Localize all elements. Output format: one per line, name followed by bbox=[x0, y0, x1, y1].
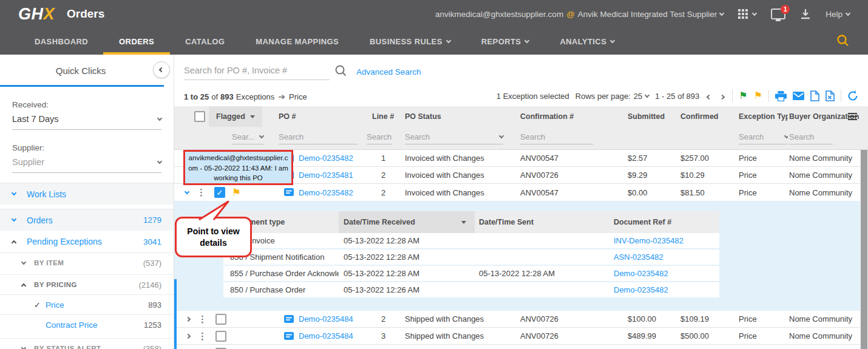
nav-catalog[interactable]: CATALOG bbox=[185, 28, 225, 55]
column-buyer-organization[interactable]: Buyer Organization bbox=[788, 112, 868, 121]
prev-page-button[interactable] bbox=[705, 92, 713, 101]
message-icon[interactable] bbox=[284, 315, 294, 324]
received-select[interactable]: Last 7 Days bbox=[12, 114, 161, 130]
document-ref-link[interactable]: INV-Demo-0235482 bbox=[614, 236, 683, 245]
column-confirmation[interactable]: Confirmation # bbox=[519, 112, 625, 121]
expand-row-icon[interactable] bbox=[186, 316, 191, 321]
expand-row-icon[interactable] bbox=[186, 333, 191, 338]
column-options-icon[interactable] bbox=[848, 113, 857, 120]
column-po[interactable]: PO # bbox=[277, 112, 365, 121]
flagged-filter[interactable] bbox=[232, 132, 263, 144]
select-all-checkbox[interactable] bbox=[194, 111, 205, 122]
row-checkbox-checked[interactable]: ✓ bbox=[214, 187, 225, 198]
nav-business-rules[interactable]: BUSINESS RULES bbox=[370, 28, 450, 55]
flagged-filter-input[interactable] bbox=[232, 132, 256, 141]
supplier-select[interactable]: Supplier bbox=[12, 157, 161, 173]
document-ref-link[interactable]: ASN-0235482 bbox=[614, 252, 663, 262]
message-icon[interactable] bbox=[284, 188, 294, 197]
po-link[interactable]: Demo-0235484 bbox=[299, 314, 353, 324]
flag-yellow-button[interactable]: ⚑ bbox=[754, 91, 762, 101]
column-submitted[interactable]: Submitted bbox=[625, 112, 673, 121]
table-row[interactable]: ⋮ Demo-0235484 3 Shipped with Changes AN… bbox=[174, 328, 868, 345]
table-row-selected[interactable]: ⋮ ✓ ⚑ Demo-0235482 2 Invoiced with Chang… bbox=[174, 184, 868, 201]
document-ref-link[interactable]: Demo-0235482 bbox=[614, 269, 668, 278]
column-flagged[interactable]: Flagged bbox=[209, 106, 262, 127]
sidebar-item-price[interactable]: ✓ Price 893 bbox=[0, 294, 174, 314]
document-row[interactable]: 856 / Shipment Notification 05-13-2022 1… bbox=[223, 249, 719, 266]
nav-dashboard[interactable]: DASHBOARD bbox=[35, 28, 88, 55]
po-status-filter[interactable] bbox=[405, 132, 503, 144]
line-number: 1 bbox=[365, 154, 404, 163]
nav-manage-mappings[interactable]: MANAGE MAPPINGS bbox=[256, 28, 339, 55]
nav-reports[interactable]: REPORTS bbox=[481, 28, 529, 55]
export-excel-button[interactable] bbox=[826, 90, 835, 101]
po-link[interactable]: Demo-0235484 bbox=[299, 331, 353, 341]
table-row[interactable]: ⋮ Demo-0235484 2 Shipped with Changes AN… bbox=[174, 311, 868, 328]
rows-per-page-select[interactable]: Rows per page: 25 bbox=[575, 92, 649, 101]
print-button[interactable] bbox=[775, 91, 787, 101]
buyer-filter[interactable] bbox=[789, 132, 833, 144]
notifications-button[interactable]: 1 bbox=[771, 8, 785, 19]
po-link[interactable]: Demo-0235482 bbox=[299, 154, 353, 163]
sidebar-item-by-item[interactable]: BY ITEM (537) bbox=[0, 252, 174, 273]
document-row[interactable]: 850 / Purchase Order 05-13-2022 12:26 AM… bbox=[223, 282, 719, 299]
row-menu-icon[interactable]: ⋮ bbox=[197, 187, 206, 198]
sidebar-item-orders[interactable]: Orders 1279 bbox=[0, 209, 174, 231]
column-line[interactable]: Line # bbox=[365, 112, 404, 121]
account-menu[interactable]: anvikmedical@ghxtestsupplier.com @ Anvik… bbox=[435, 10, 724, 19]
sidebar-item-work-lists[interactable]: Work Lists bbox=[0, 183, 174, 205]
column-exception-type[interactable]: Exception Type bbox=[731, 112, 788, 121]
po-status-filter-input[interactable] bbox=[405, 132, 496, 141]
buyer-filter-input[interactable] bbox=[789, 132, 833, 141]
row-checkbox[interactable] bbox=[215, 331, 226, 342]
sidebar-item-by-pricing[interactable]: BY PRICING (2146) bbox=[0, 274, 174, 294]
document-row[interactable]: 855 / Purchase Order Acknowle... 05-13-2… bbox=[223, 266, 719, 282]
column-date-sent[interactable]: Date/Time Sent bbox=[475, 211, 601, 233]
help-menu[interactable]: Help bbox=[826, 10, 850, 19]
po-link[interactable]: Demo-0235482 bbox=[299, 188, 353, 197]
line-filter-input[interactable] bbox=[367, 132, 392, 141]
export-pdf-button[interactable] bbox=[810, 90, 819, 101]
next-page-button[interactable] bbox=[719, 92, 726, 101]
row-menu-icon[interactable]: ⋮ bbox=[198, 331, 207, 342]
scrollbar-thumb[interactable] bbox=[861, 150, 867, 349]
sidebar-item-by-status-alert[interactable]: BY STATUS ALERT (358) bbox=[0, 338, 174, 349]
confirmation-filter-input[interactable] bbox=[520, 132, 593, 141]
search-submit-button[interactable] bbox=[334, 64, 348, 78]
po-link[interactable]: Demo-0235481 bbox=[299, 171, 353, 180]
row-menu-icon[interactable]: ⋮ bbox=[198, 314, 207, 325]
ghx-logo: GHX bbox=[18, 5, 55, 24]
vertical-scrollbar[interactable] bbox=[860, 150, 868, 349]
nav-analytics[interactable]: ANALYTICS bbox=[560, 28, 614, 55]
confirmation-filter[interactable] bbox=[520, 132, 593, 144]
exception-type-filter-input[interactable] bbox=[739, 132, 781, 141]
search-input[interactable] bbox=[184, 63, 330, 80]
sidebar-item-pending-exceptions[interactable]: Pending Exceptions 3041 bbox=[0, 231, 174, 252]
document-ref-link[interactable]: Demo-0235482 bbox=[614, 285, 668, 294]
advanced-search-link[interactable]: Advanced Search bbox=[356, 67, 421, 76]
column-po-status[interactable]: PO Status bbox=[404, 112, 519, 121]
sidebar-item-contract-price[interactable]: ✓ Contract Price 1253 bbox=[0, 314, 174, 334]
sidebar-collapse-button[interactable] bbox=[153, 61, 170, 78]
refresh-button[interactable] bbox=[847, 90, 858, 101]
global-search-button[interactable] bbox=[836, 34, 850, 47]
row-checkbox[interactable] bbox=[215, 314, 226, 325]
apps-menu[interactable] bbox=[738, 9, 756, 19]
column-document-ref[interactable]: Document Ref # bbox=[601, 211, 719, 233]
message-icon[interactable] bbox=[284, 332, 294, 341]
po-filter-input[interactable] bbox=[279, 132, 358, 141]
document-row[interactable]: 810 / Invoice 05-13-2022 12:28 AM INV-De… bbox=[223, 233, 719, 249]
table-row-partial[interactable]: ⋮ bbox=[174, 345, 868, 349]
po-filter[interactable] bbox=[279, 132, 358, 144]
column-date-received[interactable]: Date/Time Received bbox=[339, 211, 475, 233]
email-button[interactable] bbox=[793, 92, 804, 100]
line-filter[interactable] bbox=[367, 132, 392, 144]
collapse-row-icon[interactable] bbox=[185, 189, 189, 194]
download-button[interactable] bbox=[800, 8, 811, 19]
column-confirmed[interactable]: Confirmed bbox=[673, 112, 731, 121]
row-flag-icon[interactable]: ⚑ bbox=[232, 188, 241, 198]
nav-orders[interactable]: ORDERS bbox=[119, 28, 154, 55]
exception-type-filter[interactable] bbox=[739, 132, 788, 144]
confirmation-number: ANV00726 bbox=[519, 171, 625, 180]
flag-green-button[interactable]: ⚑ bbox=[739, 91, 747, 101]
